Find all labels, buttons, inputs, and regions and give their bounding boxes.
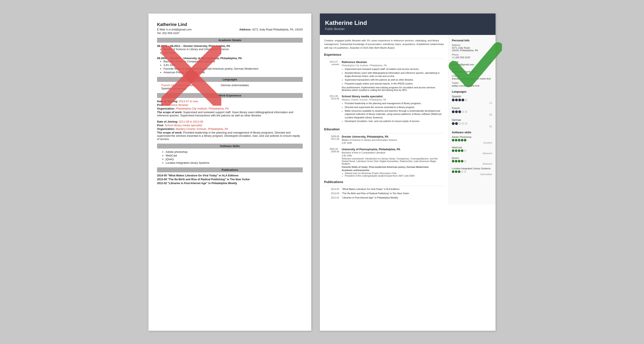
sidebar-twitter: twitter.com/kat-marie-lind — [452, 85, 492, 87]
sidebar-phone: +1 202 555 0197 — [452, 56, 492, 59]
work-block-1: Date of Joining: 2013-07 to now Post: Re… — [157, 100, 303, 117]
right-body: Creative, engaged public librarian with … — [320, 35, 496, 204]
lang-french: French (upperintermediate) — [161, 84, 195, 87]
right-name: Katherine Lind — [325, 20, 490, 26]
languages-row: French (upperintermediate) Spanish (adva… — [157, 84, 303, 90]
software-sidebar-title: Software skills — [452, 131, 492, 134]
left-tel: Tel: 202-555-0197 — [157, 32, 180, 35]
left-name: Katherine Lind — [157, 22, 303, 27]
right-summary: Creative, engaged public librarian with … — [324, 39, 444, 50]
pub-r-2: 2013-09 "The Re-Birth and Rise of Radica… — [324, 192, 444, 195]
left-address: Address: 4271 Jody Road Philadelphia, PA… — [239, 28, 303, 31]
edu-r-block-1: 2009-09 2011-06 Drexler University, Phil… — [324, 135, 444, 145]
edu-block-1: 09.2009 – 06.2011 – Drexler University, … — [157, 44, 303, 55]
pub-3: 2012-02 "Libraries in Post-Internet Age"… — [157, 182, 303, 185]
left-tel-row: Tel: 202-555-0197 — [157, 32, 303, 35]
pub-section-title: Publications — [324, 180, 444, 184]
languages-sidebar-title: Languages — [452, 90, 492, 93]
lang-german-block: German B1 — [452, 119, 492, 128]
skill-lucidea: Lucidea Integrated Library Systems Inter… — [452, 167, 492, 176]
pub-r-1: 2014-05 "What Makes Literature Go Viral … — [324, 188, 444, 190]
left-email: E-Mail: k.m.lind@gmail.com — [157, 28, 192, 31]
academic-header: Academic Details — [157, 38, 303, 43]
exp-section-title: Experience — [324, 53, 444, 56]
left-contact-row: E-Mail: k.m.lind@gmail.com Address: 4271… — [157, 28, 303, 31]
right-main: Creative, engaged public librarian with … — [320, 35, 448, 204]
lang-french-block: French B2 — [452, 107, 492, 116]
left-resume: Katherine Lind E-Mail: k.m.lind@gmail.co… — [148, 14, 311, 331]
skill-webcast: WebCast Advanced — [452, 146, 492, 155]
edu-block-2: 09.2005 – 06.2009 – University of Pennsy… — [157, 57, 303, 74]
pub-1: 2014-05 "What Makes Literature Go Viral … — [157, 174, 303, 177]
lang-spanish: Spanish (advanced) — [161, 87, 195, 90]
right-header: Katherine Lind Public librarian — [320, 14, 496, 35]
right-sidebar: Personal Info Address 4271 Jody Road1910… — [448, 35, 496, 204]
pub-2: 2013-09 "The Re-Birth and Rise of Radica… — [157, 178, 303, 181]
lang-german: German (intermediate) — [221, 84, 249, 87]
skill-jquery: jQuery Advanced — [452, 157, 492, 165]
skill-photoshop: Adobe Photoshop Excellent — [452, 136, 492, 144]
right-title: Public librarian — [325, 27, 490, 31]
lang-spanish-block: Spanish C1 — [452, 95, 492, 104]
sidebar-linkedin: linkedin.com/in/katherine-marie-lind — [452, 77, 492, 80]
work-block-2: Date of Joining: 2011-08 to 2013-06 Post… — [157, 120, 303, 141]
soft-header: Software Skills — [157, 144, 303, 149]
work-header: Work Experience — [157, 93, 303, 98]
edu-section-title: Education — [324, 127, 444, 131]
software-list: Adobe photoshop WebCast jQuery Lucidea I… — [157, 150, 303, 164]
edu-r-block-2: 2005-09 - 2009-06 University of Pennsylv… — [324, 148, 444, 177]
right-resume: Katherine Lind Public librarian Creative… — [320, 14, 496, 331]
exp-block-2: 2011-08 - 2013-06 School library media s… — [324, 95, 444, 124]
pub-header: Publications — [157, 167, 303, 172]
sidebar-www: www.cathy-reads.com — [452, 70, 492, 73]
exp-block-1: 2013-07 - present Reference librarian Ph… — [324, 61, 444, 91]
sidebar-address: 4271 Jody Road19103, Philadelphia, PA — [452, 47, 492, 52]
pub-r-3: 2012-02 "Libraries in Post-Internet Age"… — [324, 196, 444, 199]
lang-header: Languages — [157, 77, 303, 82]
sidebar-email: k.m.lind@gmail.com — [452, 63, 492, 66]
personal-info-title: Personal Info — [452, 39, 492, 42]
